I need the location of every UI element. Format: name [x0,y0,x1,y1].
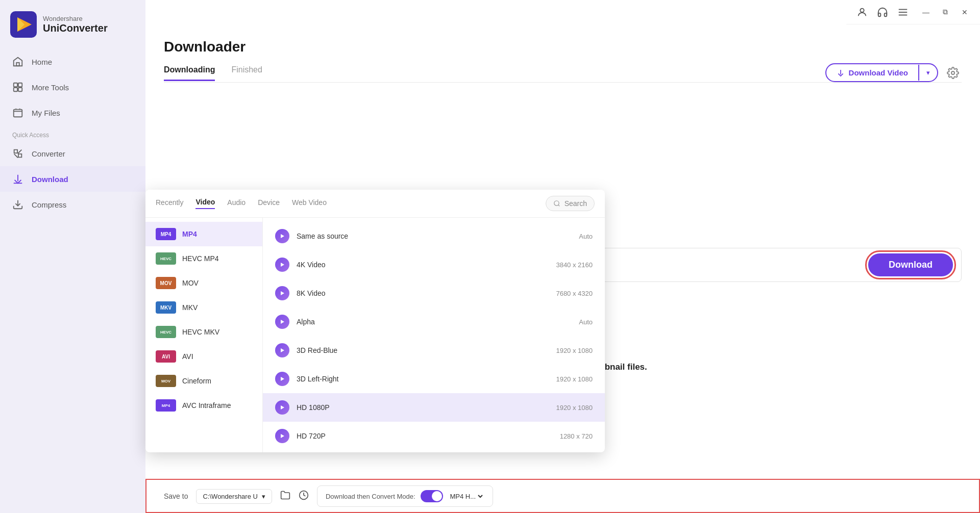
sidebar-item-more-tools[interactable]: More Tools [0,74,145,100]
format-item-avc-intraframe[interactable]: MP4 AVC Intraframe [145,393,262,418]
sidebar-item-my-files-label: My Files [32,109,60,117]
format-item-hevc-mp4[interactable]: HEVC HEVC MP4 [145,246,262,271]
format-dropdown: Recently Video Audio Device Web Video Se… [145,190,605,452]
sidebar-item-converter[interactable]: Converter [0,141,145,166]
dropdown-tab-audio[interactable]: Audio [227,198,246,209]
svg-marker-22 [281,377,284,381]
menu-icon[interactable] [897,7,909,18]
quality-item-8k[interactable]: 8K Video 7680 x 4320 [263,279,605,307]
quick-access-label: Quick Access [0,125,145,141]
dropdown-tab-device[interactable]: Device [258,198,280,209]
user-icon[interactable] [856,7,868,18]
sidebar-item-compress[interactable]: Compress [0,192,145,217]
svg-rect-6 [14,88,17,91]
quality-item-alpha[interactable]: Alpha Auto [263,307,605,336]
svg-marker-24 [281,434,284,438]
compress-icon [12,199,23,210]
header-right: Download Video ▾ [825,63,962,82]
sidebar-item-downloader[interactable]: Download [0,166,145,192]
titlebar: — ⧉ ✕ [846,0,980,24]
download-video-dropdown-arrow[interactable]: ▾ [918,65,937,81]
quality-name-same-as-source: Same as source [297,232,572,240]
path-dropdown-arrow: ▾ [262,493,265,500]
quality-icon-hd-720p [275,429,289,443]
titlebar-icons [856,7,909,18]
converter-icon [12,148,23,159]
download-video-label: Download Video [849,68,908,77]
format-item-avi[interactable]: AVI AVI [145,344,262,369]
svg-rect-4 [14,83,17,87]
quality-item-3d-red-blue[interactable]: 3D Red-Blue 1920 x 1080 [263,336,605,365]
format-label-avi: AVI [182,352,193,361]
format-item-cineform[interactable]: MOV Cineform [145,369,262,393]
quality-list: Same as source Auto 4K Video 3840 x 2160 [263,218,605,452]
format-badge-mov: MOV [156,277,176,289]
folder-open-icon[interactable] [280,490,290,503]
svg-marker-17 [281,234,284,238]
dropdown-tab-recently[interactable]: Recently [156,198,183,209]
page-header: Downloader Downloading Finished Download… [145,24,980,83]
main-content: — ⧉ ✕ Downloader Downloading Finished Do… [145,0,980,513]
format-search-box[interactable]: Search [546,196,595,211]
quality-name-8k: 8K Video [297,289,549,297]
download-button[interactable]: Download [868,253,953,276]
logo-name: UniConverter [43,22,108,34]
dropdown-top-bar: Recently Video Audio Device Web Video Se… [145,190,605,218]
format-select[interactable]: MP4 H... [448,492,484,501]
close-button[interactable]: ✕ [960,7,970,17]
format-badge-mp4: MP4 [156,228,176,240]
quality-icon-hd-1080p [275,400,289,415]
format-badge-avi: AVI [156,350,176,363]
settings-button[interactable] [944,64,962,82]
format-item-mp4[interactable]: MP4 MP4 [145,222,262,246]
history-icon[interactable] [299,490,309,503]
maximize-button[interactable]: ⧉ [940,7,950,17]
dropdown-tab-web-video[interactable]: Web Video [292,198,327,209]
format-item-hevc-mkv[interactable]: HEVC HEVC MKV [145,320,262,344]
svg-rect-8 [14,110,22,117]
convert-mode-toggle[interactable] [421,490,443,502]
download-video-button[interactable]: Download Video ▾ [825,63,938,82]
download-video-btn-main[interactable]: Download Video [826,64,918,81]
sidebar-item-home[interactable]: Home [0,49,145,74]
quality-item-same-as-source[interactable]: Same as source Auto [263,222,605,250]
headphones-icon[interactable] [877,7,888,18]
quality-item-4k[interactable]: 4K Video 3840 x 2160 [263,250,605,279]
quality-icon-alpha [275,315,289,329]
quality-res-hd-1080p: 1920 x 1080 [556,404,593,412]
path-selector[interactable]: C:\Wondershare U ▾ [196,489,272,504]
svg-rect-5 [18,83,22,87]
page-title: Downloader [164,39,962,55]
quality-name-3d-red-blue: 3D Red-Blue [297,346,549,354]
content-area: Recently Video Audio Device Web Video Se… [145,83,980,479]
save-path: C:\Wondershare U [203,493,257,500]
tab-downloading[interactable]: Downloading [164,65,215,81]
format-item-mkv[interactable]: MKV MKV [145,295,262,320]
format-label-cineform: Cineform [182,377,211,385]
save-to-label: Save to [164,492,188,500]
quality-item-hd-720p[interactable]: HD 720P 1280 x 720 [263,422,605,450]
svg-point-10 [860,8,864,12]
quality-item-hd-1080p[interactable]: HD 1080P 1920 x 1080 [263,393,605,422]
quality-item-3d-left-right[interactable]: 3D Left-Right 1920 x 1080 [263,365,605,393]
quality-name-hd-1080p: HD 1080P [297,403,549,412]
quality-name-3d-left-right: 3D Left-Right [297,375,549,383]
quality-res-8k: 7680 x 4320 [556,290,593,297]
format-label-hevc-mkv: HEVC MKV [182,328,219,336]
format-item-mov[interactable]: MOV MOV [145,271,262,295]
svg-line-16 [558,205,559,207]
format-label-mov: MOV [182,279,199,287]
logo-brand: Wondershare [43,15,108,22]
format-list: MP4 MP4 HEVC HEVC MP4 MOV MOV MKV MKV [145,218,263,452]
bottom-bar: Save to C:\Wondershare U ▾ Download then… [145,479,980,513]
quality-res-4k: 3840 x 2160 [556,261,593,269]
minimize-button[interactable]: — [921,7,931,17]
sidebar-item-my-files[interactable]: My Files [0,100,145,125]
dropdown-tab-video[interactable]: Video [195,198,215,209]
tabs: Downloading Finished [164,65,262,81]
format-badge-hevc-mp4: HEVC [156,252,176,265]
format-label-mkv: MKV [182,303,198,312]
tab-finished[interactable]: Finished [231,65,262,81]
my-files-icon [12,107,23,118]
sidebar: Wondershare UniConverter Home More Tools… [0,0,145,513]
